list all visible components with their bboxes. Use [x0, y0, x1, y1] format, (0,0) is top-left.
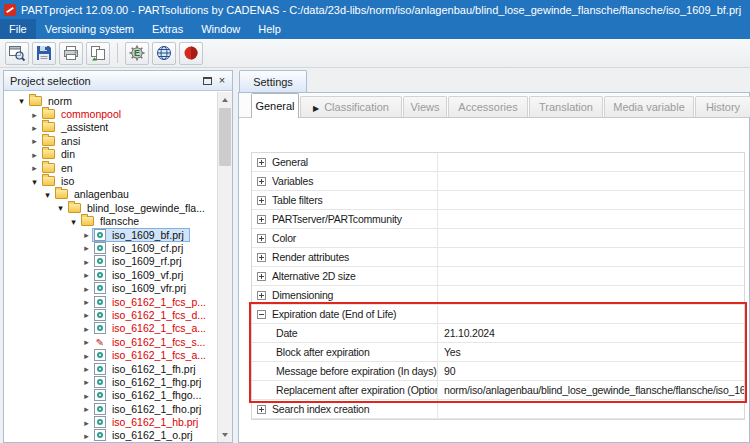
chevron-collapsed-icon[interactable] [81, 323, 92, 334]
tree-item[interactable]: din [4, 148, 217, 161]
menu-window[interactable]: Window [192, 19, 249, 39]
open-project-button[interactable] [5, 42, 29, 65]
tree-item[interactable]: commonpool [4, 107, 217, 120]
chevron-collapsed-icon[interactable] [29, 122, 40, 133]
property-value[interactable]: 21.10.2024 [438, 324, 744, 342]
close-panel-icon[interactable] [216, 75, 228, 86]
tree-item[interactable]: en [4, 161, 217, 174]
property-row-color[interactable]: Color [252, 229, 744, 248]
chevron-collapsed-icon[interactable] [81, 350, 92, 361]
property-row-dimensioning[interactable]: Dimensioning [252, 286, 744, 305]
tab-accessories[interactable]: Accessories [448, 96, 528, 117]
expand-plus-icon[interactable] [257, 215, 266, 224]
chevron-collapsed-icon[interactable] [81, 296, 92, 307]
property-row-block-after-expiration[interactable]: Block after expirationYes [252, 343, 744, 362]
chevron-collapsed-icon[interactable] [81, 229, 92, 240]
expand-plus-icon[interactable] [257, 177, 266, 186]
check-in-button[interactable] [86, 42, 110, 65]
tree-item-selected[interactable]: iso_1609_bf.prj [4, 228, 217, 241]
tree-item[interactable]: iso_6162_1_hb.prj [4, 415, 217, 428]
tree-item[interactable]: iso_6162_1_fhgo... [4, 389, 217, 402]
chevron-collapsed-icon[interactable] [81, 430, 92, 441]
chevron-collapsed-icon[interactable] [81, 390, 92, 401]
property-value[interactable] [438, 248, 744, 266]
property-value[interactable] [438, 267, 744, 285]
tab-translation[interactable]: Translation [529, 96, 603, 117]
property-value[interactable] [438, 153, 744, 171]
chevron-collapsed-icon[interactable] [81, 256, 92, 267]
property-row-table-filters[interactable]: Table filters [252, 191, 744, 210]
scroll-up-icon[interactable] [218, 92, 232, 107]
property-value[interactable]: norm/iso/anlagenbau/blind_lose_gewinde_f… [438, 381, 744, 399]
chevron-collapsed-icon[interactable] [29, 109, 40, 120]
expand-plus-icon[interactable] [257, 253, 266, 262]
tab-views[interactable]: Views [403, 96, 447, 117]
property-row-variables[interactable]: Variables [252, 172, 744, 191]
property-row-general[interactable]: General [252, 153, 744, 172]
expand-plus-icon[interactable] [257, 234, 266, 243]
chevron-expanded-icon[interactable] [55, 202, 66, 213]
tree-item[interactable]: _assistent [4, 121, 217, 134]
property-value[interactable] [438, 191, 744, 209]
tree-item[interactable]: iso_6162_1_fcs_a... [4, 348, 217, 361]
menu-versioning-system[interactable]: Versioning system [36, 19, 143, 39]
property-row-partserver[interactable]: PARTserver/PARTcommunity [252, 210, 744, 229]
property-value[interactable] [438, 286, 744, 304]
chevron-expanded-icon[interactable] [68, 216, 79, 227]
web-button[interactable] [152, 42, 176, 65]
scroll-down-icon[interactable] [218, 427, 232, 442]
property-value[interactable] [438, 400, 744, 418]
chevron-collapsed-icon[interactable] [29, 135, 40, 146]
chevron-expanded-icon[interactable] [29, 176, 40, 187]
tree-item[interactable]: iso_6162_1_fh.prj [4, 362, 217, 375]
save-button[interactable] [32, 42, 56, 65]
chevron-expanded-icon[interactable] [16, 95, 27, 106]
property-value[interactable] [438, 172, 744, 190]
chevron-collapsed-icon[interactable] [81, 269, 92, 280]
property-row-replacement-after-expiration[interactable]: Replacement after expiration (Optional)n… [252, 381, 744, 400]
tree-item[interactable]: iso_6162_1_fcs_p... [4, 295, 217, 308]
chevron-collapsed-icon[interactable] [81, 376, 92, 387]
property-row-message-before-expiration[interactable]: Message before expiration (In days)90 [252, 362, 744, 381]
tab-classification[interactable]: Classification [300, 96, 402, 117]
expand-plus-icon[interactable] [257, 291, 266, 300]
tree-item[interactable]: iso_6162_1_o.prj [4, 429, 217, 442]
expand-plus-icon[interactable] [257, 405, 266, 414]
tree-item[interactable]: iso_1609_vf.prj [4, 268, 217, 281]
chevron-expanded-icon[interactable] [42, 189, 53, 200]
expand-plus-icon[interactable] [257, 272, 266, 281]
tree-item[interactable]: iso_1609_cf.prj [4, 241, 217, 254]
chevron-collapsed-icon[interactable] [81, 417, 92, 428]
chevron-collapsed-icon[interactable] [81, 242, 92, 253]
expand-plus-icon[interactable] [257, 196, 266, 205]
tree-item[interactable]: ansi [4, 134, 217, 147]
menu-extras[interactable]: Extras [143, 19, 192, 39]
property-row-date[interactable]: Date21.10.2024 [252, 324, 744, 343]
tree-item[interactable]: iso_6162_1_fhg.prj [4, 375, 217, 388]
tree-item[interactable]: flansche [4, 215, 217, 228]
tree-item[interactable]: iso_6162_1_fho.prj [4, 402, 217, 415]
property-row-render-attributes[interactable]: Render attributes [252, 248, 744, 267]
tree-scrollbar[interactable] [217, 92, 232, 442]
property-value[interactable] [438, 229, 744, 247]
menu-help[interactable]: Help [249, 19, 290, 39]
tree-item[interactable]: blind_lose_gewinde_fla... [4, 201, 217, 214]
print-button[interactable] [59, 42, 83, 65]
property-value[interactable] [438, 210, 744, 228]
tab-general[interactable]: General [251, 93, 299, 118]
property-value[interactable]: Yes [438, 343, 744, 361]
property-row-expiration-date[interactable]: Expiration date (End of Life) [252, 305, 744, 324]
settings-button[interactable]: E [125, 42, 149, 65]
property-value[interactable] [438, 305, 744, 323]
tree-item[interactable]: anlagenbau [4, 188, 217, 201]
scrollbar-thumb[interactable] [219, 108, 231, 166]
tree-item[interactable]: iso_6162_1_fcs_d... [4, 308, 217, 321]
settings-dock-tab[interactable]: Settings [239, 70, 307, 93]
tab-media-variable[interactable]: Media variable [604, 96, 694, 117]
tree-item[interactable]: iso [4, 174, 217, 187]
property-value[interactable]: 90 [438, 362, 744, 380]
tree-item[interactable]: norm [4, 94, 217, 107]
property-row-search-index-creation[interactable]: Search index creation [252, 400, 744, 419]
chevron-collapsed-icon[interactable] [81, 363, 92, 374]
chevron-collapsed-icon[interactable] [81, 309, 92, 320]
